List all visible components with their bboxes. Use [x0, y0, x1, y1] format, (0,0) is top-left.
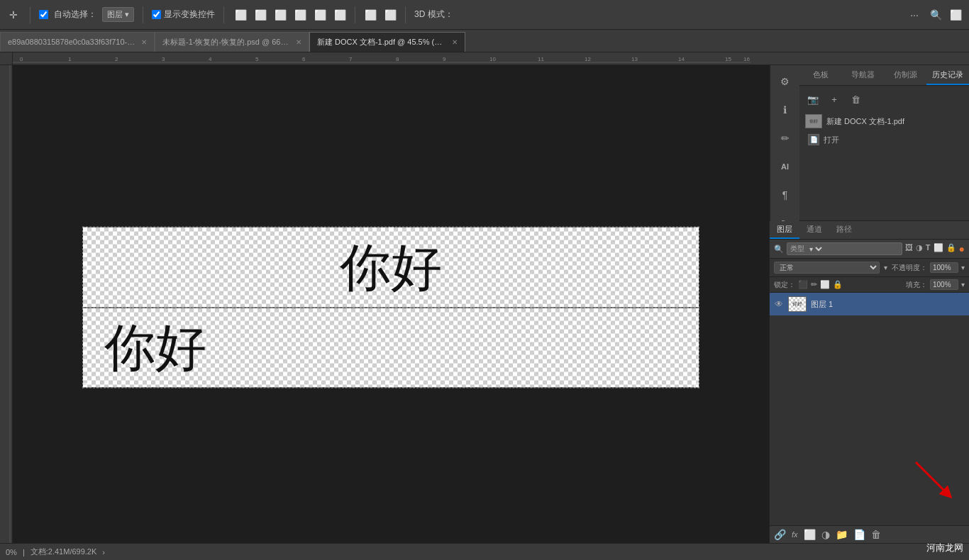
tab-2-label: 未标题-1-恢复的-恢复的.psd @ 66.7% (哈哈哈哈...: [162, 37, 290, 47]
history-delete-icon[interactable]: 🗑: [848, 91, 863, 107]
handle-mid-right[interactable]: [694, 265, 699, 270]
tab-1-close[interactable]: ✕: [141, 38, 147, 46]
svg-text:7: 7: [349, 56, 353, 62]
handle-top-left[interactable]: [82, 227, 87, 232]
align-center-v-icon[interactable]: ⬜: [312, 7, 328, 23]
status-bar: 0% | 文档:2.41M/699.2K ›: [0, 543, 969, 560]
opacity-arrow: ▾: [884, 264, 887, 271]
layer-thumbnail: 你好: [788, 296, 807, 312]
side-icon-settings[interactable]: ⚙: [775, 71, 796, 92]
more-options-icon[interactable]: ···: [907, 7, 922, 23]
opacity-row: 不透明度： ▾: [892, 262, 965, 273]
auto-select-checkbox[interactable]: [39, 10, 48, 19]
tab-2-close[interactable]: ✕: [296, 38, 301, 46]
history-new-icon[interactable]: +: [826, 91, 842, 107]
align-bottom-icon[interactable]: ⬜: [332, 7, 348, 23]
layer-link-icon[interactable]: 🔗: [774, 529, 786, 540]
history-item-open[interactable]: 📄 打开: [805, 131, 963, 148]
fill-label: 填充：: [906, 280, 927, 290]
svg-text:16: 16: [743, 56, 750, 62]
filter-text-icon[interactable]: T: [926, 243, 931, 254]
handle-top-mid[interactable]: [389, 227, 394, 232]
align-right-icon[interactable]: ⬜: [272, 7, 288, 23]
layer-name: 图层 1: [811, 299, 965, 310]
svg-text:13: 13: [631, 56, 638, 62]
layer-visibility-icon[interactable]: 👁: [774, 299, 784, 309]
canvas-text-bottom: 你好: [104, 314, 206, 382]
layers-tab-paths[interactable]: 路径: [829, 221, 859, 239]
move-tool-icon[interactable]: ✛: [6, 7, 21, 23]
fill-input[interactable]: [930, 279, 958, 290]
right-area: ⚙ ℹ ✏ AI ¶ ¶↑ A ✂ ☁ A 色板 导航器: [769, 65, 969, 543]
side-icon-info[interactable]: ℹ: [775, 99, 796, 121]
panel-tab-color[interactable]: 色板: [799, 65, 842, 85]
distribute-h-icon[interactable]: ⬜: [362, 7, 378, 23]
filter-image-icon[interactable]: 🖼: [905, 243, 913, 254]
handle-top-right[interactable]: [694, 227, 699, 232]
side-icon-paragraph[interactable]: ¶: [775, 184, 796, 206]
align-top-icon[interactable]: ⬜: [292, 7, 308, 23]
ruler-row: 0 1 2 3 4 5 6 7 8 9 10 11 12 13 14 15 16: [0, 52, 969, 65]
handle-bottom-right[interactable]: [694, 383, 699, 388]
handle-bottom-mid-left[interactable]: [82, 346, 87, 351]
blend-mode-select[interactable]: 正常: [774, 262, 880, 274]
handle-bottom-left[interactable]: [82, 383, 87, 388]
panel-tab-clone[interactable]: 仿制源: [885, 65, 927, 85]
lock-artboards-icon[interactable]: ⬜: [820, 280, 830, 289]
layers-tab-layers[interactable]: 图层: [770, 221, 799, 239]
ruler-corner: [0, 52, 13, 65]
search-icon-layers: 🔍: [774, 245, 784, 254]
tabs-bar: e89a0880315878e0c0a33f63f710-恢复的.png ...…: [0, 30, 969, 52]
canvas-content: 你好 你好: [82, 227, 699, 388]
filter-toggle-icon[interactable]: ●: [959, 243, 965, 254]
handle-mid-left[interactable]: [82, 265, 87, 270]
layer-delete-icon[interactable]: 🗑: [871, 529, 881, 540]
auto-select-label: 自动选择：: [54, 9, 96, 21]
layer-group-icon[interactable]: 📁: [836, 529, 848, 540]
lock-position-icon[interactable]: ✏: [811, 280, 817, 289]
divider-1: [30, 6, 31, 23]
layers-type-filter[interactable]: 类型 ▾: [787, 242, 902, 255]
fullscreen-icon[interactable]: ⬜: [948, 7, 963, 23]
lock-all-icon[interactable]: 🔒: [833, 280, 843, 289]
layers-type-select[interactable]: ▾: [807, 245, 824, 254]
canvas-text-top: 你好: [83, 228, 699, 308]
side-icon-brush[interactable]: ✏: [775, 128, 796, 149]
layer-adjustment-icon[interactable]: ◑: [821, 529, 830, 540]
nav-arrow[interactable]: ›: [102, 548, 105, 556]
align-left-icon[interactable]: ⬜: [233, 7, 248, 23]
opacity-input[interactable]: [930, 262, 958, 273]
search-icon[interactable]: 🔍: [928, 7, 943, 23]
side-icon-ai[interactable]: AI: [775, 156, 796, 177]
canvas-area[interactable]: 你好 你好: [13, 65, 769, 543]
history-filename: 新建 DOCX 文档-1.pdf: [826, 116, 904, 127]
tab-3[interactable]: 新建 DOCX 文档-1.pdf @ 45.5% (图层 1, RGB/8) *…: [309, 32, 465, 52]
filter-adjust-icon[interactable]: ◑: [916, 243, 923, 254]
history-item-icon: 📄: [808, 134, 819, 145]
tab-1[interactable]: e89a0880315878e0c0a33f63f710-恢复的.png ...…: [0, 32, 155, 52]
tab-2[interactable]: 未标题-1-恢复的-恢复的.psd @ 66.7% (哈哈哈哈... ✕: [155, 32, 309, 52]
layers-panel: 图层 通道 路径 🔍 类型 ▾ 🖼 ◑ T ⬜ 🔒: [769, 221, 969, 543]
history-snapshot-icon[interactable]: 📷: [805, 91, 821, 107]
tab-3-close[interactable]: ✕: [452, 38, 458, 46]
filter-shape-icon[interactable]: ⬜: [934, 243, 943, 254]
tab-3-label: 新建 DOCX 文档-1.pdf @ 45.5% (图层 1, RGB/8) *: [317, 37, 446, 47]
distribute-v-icon[interactable]: ⬜: [382, 7, 398, 23]
panel-tab-navigator[interactable]: 导航器: [842, 65, 885, 85]
handle-bottom-mid[interactable]: [389, 383, 394, 388]
svg-text:3: 3: [162, 56, 165, 62]
panel-tab-history[interactable]: 历史记录: [926, 65, 969, 85]
lock-pixels-icon[interactable]: ⬛: [798, 280, 808, 289]
layers-filter-icons: 🖼 ◑ T ⬜ 🔒 ●: [905, 243, 965, 254]
handle-bottom-mid-right[interactable]: [694, 346, 699, 351]
layers-tab-channels[interactable]: 通道: [799, 221, 829, 239]
layer-mask-icon[interactable]: ⬜: [804, 529, 816, 540]
layer-row-1[interactable]: 👁 你好 图层 1: [770, 293, 969, 315]
layer-new-icon[interactable]: 📄: [853, 529, 865, 540]
layer-fx-icon[interactable]: fx: [792, 530, 798, 539]
layer-dropdown[interactable]: 图层 ▾: [102, 7, 134, 22]
filter-smart-icon[interactable]: 🔒: [946, 243, 956, 254]
show-transform-wrap: 显示变换控件: [152, 9, 215, 21]
show-transform-checkbox[interactable]: [152, 10, 161, 19]
align-center-h-icon[interactable]: ⬜: [253, 7, 268, 23]
